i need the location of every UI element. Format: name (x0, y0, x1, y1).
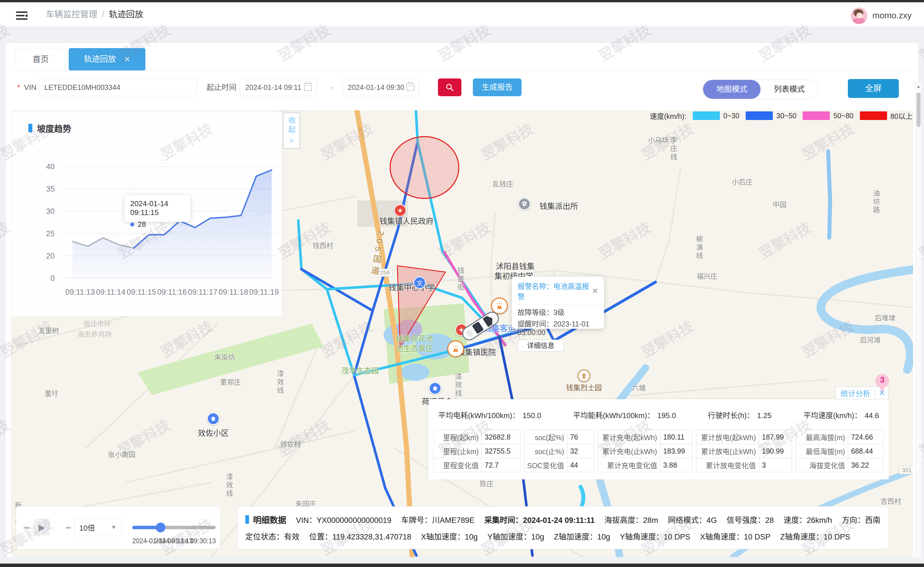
popup-close-icon[interactable]: ✕ (592, 287, 598, 296)
playback-end-time: 2024-01-14 09:30:13 (154, 537, 216, 545)
calendar-icon[interactable] (406, 83, 414, 91)
legend-label: 50~80 (833, 112, 853, 120)
svg-text:40: 40 (46, 162, 55, 171)
tab-close-icon[interactable]: ✕ (124, 48, 130, 71)
series-dot-icon (130, 223, 134, 227)
stats-group-table: 累计放电(起kWh)187.99累计放电(止kWh)190.99累计放电变化值3 (696, 430, 792, 472)
detail-item: Y轴加速度：10g (488, 531, 544, 542)
collapse-panel-button[interactable]: 收起 > (283, 113, 300, 149)
stats-group-table: 里程(起km)32682.8里程(止km)32755.5里程变化值72.7 (434, 430, 520, 472)
detail-item: 位置：119.423328,31.470718 (309, 531, 411, 542)
detail-item: X轴加速度：10g (421, 531, 478, 542)
stat-summary-value: 1.25 (757, 411, 772, 420)
detail-item: 车牌号：川AME789E (401, 514, 475, 525)
generate-report-button[interactable]: 生成报告 (473, 78, 522, 96)
speed-legend: 速度(km/h): 0~3030~5050~8080以上 (650, 111, 912, 121)
legend-label: 0~30 (723, 112, 740, 120)
breadcrumb-section[interactable]: 车辆监控管理 (46, 9, 98, 19)
scroll-up-arrow[interactable]: ▲ (916, 84, 921, 89)
map-label: 钱西村 (313, 240, 333, 250)
alert-circle-region (390, 137, 459, 199)
detail-line-1: 明细数据 VIN：YX000000000000019车牌号：川AME789E采集… (245, 511, 881, 528)
map-label: 李庄线 (668, 137, 678, 161)
detail-item: 信号强度：28 (726, 514, 774, 525)
map-label: 钱集荷花池 (396, 333, 433, 343)
chart-tooltip: 2024-01-14 09:11:15 28 (124, 195, 190, 222)
popup-divider (518, 304, 598, 304)
speed-select[interactable]: 10倍 ▼ (74, 518, 122, 536)
stat-cell-value: 32682.8 (482, 430, 520, 444)
chevron-right-icon: > (289, 136, 293, 145)
stat-cell-label: 累计充电(起kWh) (598, 430, 660, 444)
time-range-label: 起止时间 (207, 78, 237, 97)
stat-cell-value: 3.88 (660, 458, 692, 472)
breadcrumb-separator: / (102, 9, 104, 19)
playback-tick (24, 527, 30, 529)
detail-title-marker-icon (245, 515, 249, 524)
stat-cell-value: 190.99 (759, 444, 792, 458)
calendar-icon[interactable] (304, 83, 312, 91)
stat-cell-label: SOC变化值 (524, 458, 567, 472)
stat-cell-value: 44 (567, 458, 594, 472)
tab-home[interactable]: 首页 (16, 48, 66, 71)
app-header: 车辆监控管理/轨迹回放 momo.zxy (0, 2, 924, 27)
house-poi-icon (207, 412, 219, 425)
stat-cell-value: 180.11 (660, 430, 692, 444)
list-mode-button[interactable]: 列表模式 (760, 80, 818, 99)
menu-fold-icon[interactable] (16, 12, 27, 20)
map-label: 茂华生态园 (342, 365, 379, 375)
map-label: 池生态景区 (396, 343, 433, 353)
fullscreen-button[interactable]: 全屏 (848, 79, 899, 98)
playback-slider[interactable] (132, 526, 216, 529)
detail-item: 海拔高度：28m (604, 514, 658, 525)
chevron-down-icon: ▼ (111, 524, 117, 531)
avatar[interactable] (851, 8, 867, 24)
house-poi-icon (429, 382, 441, 395)
stat-summary-label: 平均速度(km/h)： (804, 411, 862, 420)
stat-summary-label: 行驶时长(h)： (708, 411, 754, 420)
stat-cell-label: 里程变化值 (434, 458, 482, 472)
tab-track-playback[interactable]: 轨迹回放 ✕ (69, 48, 146, 71)
stat-cell-label: soc(止%) (524, 444, 567, 458)
vertical-scrollbar[interactable]: ▲ (915, 83, 922, 557)
stats-table: 里程(起km)32682.8里程(止km)32755.5里程变化值72.7soc… (434, 430, 884, 472)
stats-group-table: 累计充电(起kWh)180.11累计充电(止kWh)183.99累计充电变化值3… (598, 430, 693, 472)
play-button[interactable]: ▶ (34, 519, 50, 535)
stat-cell-value: 183.99 (660, 444, 692, 458)
stat-summary-item: 平均电耗(kWh/100km)：150.0 (438, 409, 541, 420)
stat-cell-label: 里程(起km) (434, 430, 482, 444)
map-mode-button[interactable]: 地图模式 (703, 80, 760, 99)
detail-item: Z轴加速度：10g (554, 531, 610, 542)
stat-cell-value: 76 (567, 430, 594, 444)
search-button[interactable] (438, 78, 461, 96)
detail-item: Z轴角速度：10 DPS (780, 531, 850, 542)
breadcrumb: 车辆监控管理/轨迹回放 (46, 2, 143, 26)
vin-input[interactable] (39, 78, 197, 96)
stats-group-table: 最高海拔(m)724.66最低海拔(m)688.44海拔变化值36.22 (796, 430, 884, 472)
map-label: 小后庄 (732, 176, 753, 186)
cluster-pin[interactable]: 3 (875, 374, 889, 388)
legend-swatch (746, 111, 773, 120)
svg-text:35: 35 (46, 185, 55, 193)
alarm-marker-icon[interactable] (447, 340, 464, 357)
detail-item: 方向：西南 (842, 514, 880, 525)
map-label: 董圩 (45, 388, 58, 398)
svg-text:09:11:14: 09:11:14 (96, 288, 125, 296)
stat-cell-label: 里程(止km) (434, 444, 482, 458)
map-label: 油坊路 (871, 190, 881, 215)
stats-tab-label: 统计分析 (836, 388, 875, 399)
legend-label: 30~50 (776, 112, 796, 120)
user-name[interactable]: momo.zxy (873, 2, 912, 29)
playback-tick (66, 527, 71, 529)
scrollbar-thumb[interactable] (916, 92, 921, 127)
legend-item: 30~50 (746, 111, 796, 120)
svg-text:0: 0 (50, 274, 55, 283)
legend-item: 80以上 (860, 111, 913, 121)
search-icon (446, 83, 454, 92)
detail-item: 网络模式：4G (668, 514, 717, 525)
map-label: 宿迁市孙 (83, 318, 111, 328)
stat-summary-value: 150.0 (523, 411, 541, 420)
alarm-detail-button[interactable]: 详细信息 (518, 340, 564, 352)
map-label: 吉西村 (880, 496, 901, 506)
stat-cell-label: 累计充电(止kWh) (598, 444, 660, 458)
